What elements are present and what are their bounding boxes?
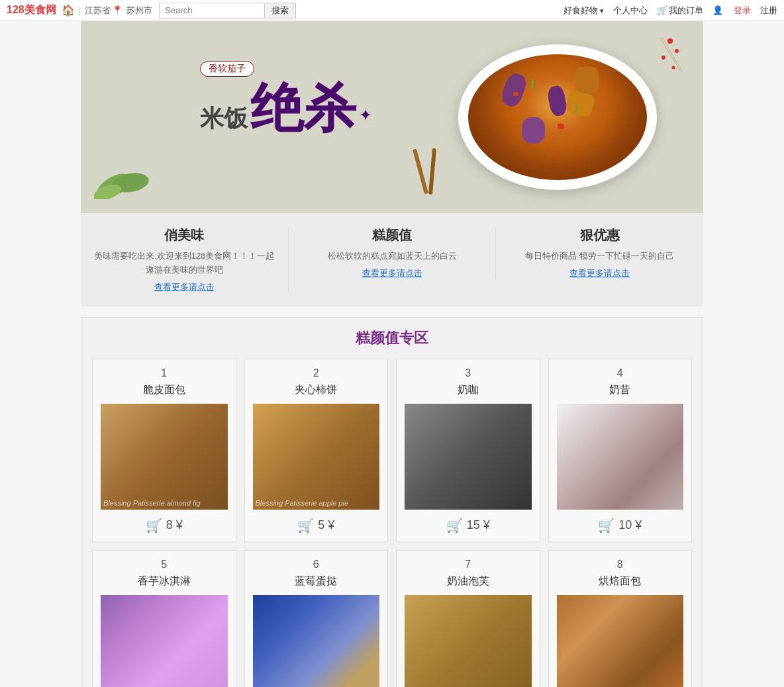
- product-image-1: Blessing Patisserie almond fig: [101, 404, 228, 510]
- site-logo[interactable]: 128美食网: [7, 3, 56, 17]
- promo-link-2[interactable]: 查看更多请点击: [569, 268, 630, 278]
- product-name: 香芋冰淇淋: [101, 574, 228, 588]
- product-name: 脆皮面包: [101, 383, 228, 397]
- product-image-5: [101, 595, 228, 687]
- search-wrapper: 搜索: [159, 3, 296, 19]
- product-card-6[interactable]: 6 蓝莓蛋挞 Blessing Patisserie 🛒 8 ¥: [244, 550, 389, 687]
- nav-login-icon: 👤: [712, 5, 724, 15]
- product-section: 糕颜值专区 1 脆皮面包 Blessing Patisserie almond …: [81, 317, 703, 687]
- product-price-3: 🛒 15 ¥: [405, 518, 532, 533]
- product-name: 奶咖: [405, 383, 532, 397]
- product-name: 奶油泡芙: [405, 574, 532, 588]
- promo-desc-1: 松松软软的糕点宛如蓝天上的白云: [302, 250, 483, 263]
- product-price-4: 🛒 10 ¥: [557, 518, 684, 533]
- svg-rect-4: [428, 148, 436, 195]
- product-image-8: [557, 595, 684, 687]
- search-input[interactable]: [159, 3, 265, 19]
- banner-food-art: [452, 31, 663, 203]
- product-image-4: [557, 404, 684, 510]
- province-label[interactable]: 江苏省 📍: [85, 5, 122, 17]
- banner-subtitle: 香软茄子: [200, 61, 254, 77]
- nav-personal[interactable]: 个人中心: [613, 5, 648, 17]
- search-button[interactable]: 搜索: [265, 3, 296, 19]
- nav-login[interactable]: 登录: [734, 5, 751, 17]
- svg-point-7: [662, 56, 665, 60]
- promo-title-0: 俏美味: [94, 226, 275, 244]
- product-number: 5: [101, 559, 228, 571]
- banner-decoration: [657, 34, 683, 76]
- product-image-7: [405, 595, 532, 687]
- section-title: 糕颜值专区: [92, 328, 692, 348]
- nav-haochi[interactable]: 好食好物: [564, 5, 604, 17]
- product-name: 奶昔: [557, 383, 684, 397]
- city-text: 苏州市: [126, 5, 152, 17]
- price-value: 15 ¥: [467, 518, 490, 532]
- promo-item-0: 俏美味 美味需要吃出来,欢迎来到128美食网！！！一起遨游在美味的世界吧 查看更…: [81, 226, 289, 293]
- promo-desc-0: 美味需要吃出来,欢迎来到128美食网！！！一起遨游在美味的世界吧: [94, 250, 275, 277]
- divider1: |: [79, 5, 81, 16]
- promo-title-1: 糕颜值: [302, 226, 483, 244]
- pin-icon: 📍: [112, 5, 122, 15]
- banner-prefix: 米饭: [200, 103, 248, 135]
- banner-chopsticks: [412, 145, 452, 200]
- product-number: 2: [253, 367, 380, 379]
- product-price-2: 🛒 5 ¥: [253, 518, 380, 533]
- promo-section: 俏美味 美味需要吃出来,欢迎来到128美食网！！！一起遨游在美味的世界吧 查看更…: [81, 213, 703, 306]
- product-name: 烘焙面包: [557, 574, 684, 588]
- product-card-8[interactable]: 8 烘焙面包 🛒 9 ¥: [548, 550, 693, 687]
- header: 128美食网 🏠 | 江苏省 📍 苏州市 搜索 好食好物 个人中心 🛒我的订单 …: [0, 0, 784, 21]
- province-text: 江苏省: [85, 5, 111, 17]
- cart-icon: 🛒: [297, 518, 314, 533]
- product-card-3[interactable]: 3 奶咖 🛒 15 ¥: [396, 359, 540, 542]
- promo-item-1: 糕颜值 松松软软的糕点宛如蓝天上的白云 查看更多请点击: [289, 226, 497, 279]
- main-container: 香软茄子 米饭 绝杀 ✦: [81, 21, 703, 687]
- home-icon[interactable]: 🏠: [62, 4, 75, 17]
- product-card-2[interactable]: 2 夹心柿饼 Blessing Patisserie apple pie 🛒 5…: [244, 359, 389, 542]
- product-name: 蓝莓蛋挞: [253, 574, 380, 588]
- product-card-7[interactable]: 7 奶油泡芙 🛒 6 ¥: [396, 550, 540, 687]
- img-label: Blessing Patisserie apple pie: [256, 499, 349, 507]
- cart-icon: 🛒: [657, 5, 667, 15]
- svg-rect-3: [413, 148, 428, 194]
- svg-point-5: [667, 38, 673, 44]
- product-name: 夹心柿饼: [253, 383, 380, 397]
- promo-item-2: 狠优惠 每日特价商品 犒劳一下忙碌一天的自己 查看更多请点击: [496, 226, 703, 279]
- product-number: 4: [557, 367, 684, 379]
- product-number: 6: [253, 559, 380, 571]
- cart-icon: 🛒: [146, 518, 162, 533]
- hero-banner: 香软茄子 米饭 绝杀 ✦: [81, 21, 703, 213]
- nav-myorder[interactable]: 🛒我的订单: [657, 5, 703, 17]
- svg-point-8: [672, 66, 675, 69]
- banner-leaves: [94, 146, 160, 206]
- product-card-4[interactable]: 4 奶昔 🛒 10 ¥: [548, 359, 693, 542]
- cart-icon: 🛒: [446, 518, 463, 533]
- cart-icon: 🛒: [598, 518, 614, 533]
- promo-link-1[interactable]: 查看更多请点击: [362, 268, 422, 278]
- banner-text: 香软茄子 米饭 绝杀 ✦: [200, 61, 372, 135]
- product-card-1[interactable]: 1 脆皮面包 Blessing Patisserie almond fig 🛒 …: [92, 359, 236, 542]
- nav-register[interactable]: 注册: [760, 5, 777, 17]
- promo-desc-2: 每日特价商品 犒劳一下忙碌一天的自己: [509, 250, 690, 263]
- product-image-2: Blessing Patisserie apple pie: [253, 404, 380, 510]
- price-value: 8 ¥: [166, 518, 183, 532]
- price-value: 10 ¥: [618, 518, 642, 532]
- main-nav: 好食好物 个人中心 🛒我的订单 👤 登录 注册: [564, 5, 777, 17]
- product-number: 3: [405, 367, 532, 379]
- product-image-3: [405, 404, 532, 510]
- price-value: 5 ¥: [318, 518, 334, 532]
- person-icon: 👤: [712, 5, 723, 15]
- product-grid: 1 脆皮面包 Blessing Patisserie almond fig 🛒 …: [92, 359, 692, 687]
- product-price-1: 🛒 8 ¥: [101, 518, 228, 533]
- banner-star: ✦: [359, 106, 372, 124]
- product-number: 8: [557, 559, 684, 571]
- city-label[interactable]: 苏州市: [126, 5, 152, 17]
- promo-link-0[interactable]: 查看更多请点击: [154, 282, 215, 292]
- svg-point-6: [675, 49, 679, 53]
- product-image-6: Blessing Patisserie: [253, 595, 380, 687]
- food-art: [468, 54, 647, 180]
- product-number: 1: [101, 367, 228, 379]
- img-label: Blessing Patisserie almond fig: [103, 499, 201, 507]
- product-card-5[interactable]: 5 香芋冰淇淋 🛒 12 ¥: [92, 550, 236, 687]
- product-number: 7: [405, 559, 532, 571]
- promo-title-2: 狠优惠: [509, 226, 690, 244]
